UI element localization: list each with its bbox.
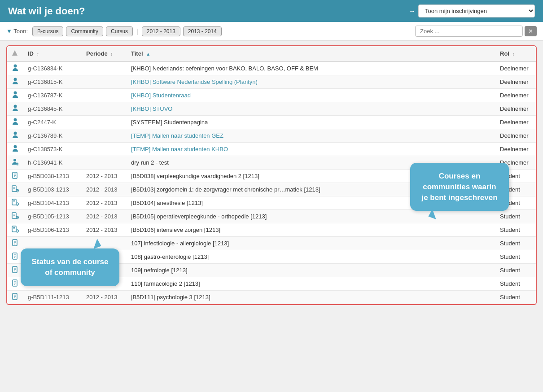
filter-tag-2013-2014[interactable]: 2013 - 2014 <box>183 26 222 36</box>
row-period <box>82 143 127 156</box>
svg-point-2 <box>14 78 17 81</box>
search-area: ✕ <box>415 26 537 37</box>
row-title[interactable]: [TEMP] Mailen naar studenten GEZ <box>127 129 495 143</box>
table-row: g-C2447-K[SYSTEEM] StudentenpaginaDeelne… <box>7 116 536 129</box>
table-header-row: ID ↕ Periode ↕ Titel ▲ Rol ↕ <box>7 46 536 61</box>
svg-point-6 <box>14 132 17 135</box>
svg-point-3 <box>14 91 17 95</box>
row-title: 107| infectiologie - allergiologie [1213… <box>127 237 495 250</box>
row-title[interactable]: [KHBO] Software Nederlandse Spelling (Pl… <box>127 75 495 89</box>
filter-label: ▼ Toon: <box>6 28 28 35</box>
row-id: g-B5D104-1213 <box>23 196 82 210</box>
filter-tag-b-cursus[interactable]: B-cursus <box>32 26 63 36</box>
svg-point-18 <box>17 190 18 191</box>
row-role: Deelnemer <box>495 61 536 75</box>
row-icon <box>7 237 23 250</box>
table-row: g-C136815-K[KHBO] Software Nederlandse S… <box>7 75 536 89</box>
row-title[interactable]: [KHBO] STUVO <box>127 102 495 116</box>
row-role: Student <box>495 237 536 250</box>
col-header-role[interactable]: Rol ↕ <box>495 46 536 61</box>
row-icon <box>7 183 23 196</box>
bubble-status: Status van de course of community <box>21 248 119 286</box>
row-id: g-C136845-K <box>23 102 82 116</box>
search-input[interactable] <box>415 26 523 37</box>
sort-icon-id: ↕ <box>37 52 39 57</box>
row-role: Student <box>495 264 536 277</box>
row-title: [KHBO] Nederlands: oefeningen voor BAKO,… <box>127 61 495 75</box>
table-row: 107| infectiologie - allergiologie [1213… <box>7 237 536 250</box>
row-icon <box>7 61 23 75</box>
row-role: Deelnemer <box>495 143 536 156</box>
row-id: g-C2447-K <box>23 116 82 129</box>
row-role: Deelnemer <box>495 116 536 129</box>
row-title[interactable]: [KHBO] Studentenraad <box>127 89 495 102</box>
row-icon <box>7 75 23 89</box>
row-role: Student <box>495 250 536 264</box>
svg-point-45 <box>17 231 18 231</box>
row-role: Student <box>495 277 536 291</box>
table-row: g-C136845-K[KHBO] STUVODeelnemer <box>7 102 536 116</box>
search-clear-button[interactable]: ✕ <box>525 26 537 36</box>
col-header-id[interactable]: ID ↕ <box>23 46 82 61</box>
filter-tag-community[interactable]: Community <box>66 26 103 36</box>
row-period: 2012 - 2013 <box>82 170 127 183</box>
row-icon <box>7 196 23 210</box>
row-period <box>82 237 127 250</box>
svg-marker-0 <box>12 50 18 56</box>
row-title: |B5D106| intensieve zorgen [1213] <box>127 223 495 237</box>
row-title: 108| gastro-enterologie [1213] <box>127 250 495 264</box>
row-title: |B5D105| operatieverpleegkunde - orthope… <box>127 210 495 223</box>
table-row: g-C136789-K[TEMP] Mailen naar studenten … <box>7 129 536 143</box>
filter-bar: ▼ Toon: B-cursus Community Cursus | 2012… <box>0 22 543 41</box>
page-title: Wat wil je doen? <box>8 5 85 17</box>
row-id: g-B5D038-1213 <box>23 170 82 183</box>
row-id <box>23 237 82 250</box>
row-id: g-C136834-K <box>23 61 82 75</box>
row-period: 2012 - 2013 <box>82 196 127 210</box>
row-title: 109| nefrologie [1213] <box>127 264 495 277</box>
row-title[interactable]: [TEMP] Mailen naar studenten KHBO <box>127 143 495 156</box>
row-icon <box>7 143 23 156</box>
row-id: g-B5D111-1213 <box>23 291 82 304</box>
row-id: g-B5D105-1213 <box>23 210 82 223</box>
row-title: |B5D111| psychologie 3 [1213] <box>127 291 495 304</box>
col-header-period[interactable]: Periode ↕ <box>82 46 127 61</box>
row-role: Deelnemer <box>495 75 536 89</box>
table-row: g-C136834-K[KHBO] Nederlands: oefeningen… <box>7 61 536 75</box>
row-role: Deelnemer <box>495 89 536 102</box>
col-header-title[interactable]: Titel ▲ <box>127 46 495 61</box>
row-id: g-C136787-K <box>23 89 82 102</box>
row-icon <box>7 116 23 129</box>
row-icon <box>7 223 23 237</box>
row-period: 2012 - 2013 <box>82 291 127 304</box>
row-period: 2012 - 2013 <box>82 223 127 237</box>
row-id: g-C136789-K <box>23 129 82 143</box>
filter-icon: ▼ <box>6 28 12 35</box>
row-title: 110| farmacologie 2 [1213] <box>127 277 495 291</box>
table-row: g-B5D111-12132012 - 2013|B5D111| psychol… <box>7 291 536 304</box>
col-header-icon[interactable] <box>7 46 23 61</box>
filter-tag-cursus[interactable]: Cursus <box>106 26 133 36</box>
row-id: g-B5D103-1213 <box>23 183 82 196</box>
table-row: g-B5D105-12132012 - 2013|B5D105| operati… <box>7 210 536 223</box>
view-select[interactable]: Toon mijn inschrijvingen <box>418 4 535 17</box>
row-icon <box>7 89 23 102</box>
svg-point-4 <box>14 105 17 108</box>
row-period <box>82 61 127 75</box>
table-row: g-C138573-K[TEMP] Mailen naar studenten … <box>7 143 536 156</box>
svg-point-7 <box>14 145 17 148</box>
row-period <box>82 89 127 102</box>
filter-separator: | <box>136 28 138 35</box>
header: Wat wil je doen? → Toon mijn inschrijvin… <box>0 0 543 22</box>
row-role: Deelnemer <box>495 129 536 143</box>
row-period: 2012 - 2013 <box>82 183 127 196</box>
row-period <box>82 129 127 143</box>
table-wrapper: ID ↕ Periode ↕ Titel ▲ Rol ↕ <box>6 45 537 305</box>
filter-tag-2012-2013[interactable]: 2012 - 2013 <box>142 26 180 36</box>
row-icon <box>7 156 23 170</box>
row-title: [SYSTEEM] Studentenpagina <box>127 116 495 129</box>
row-icon <box>7 102 23 116</box>
row-icon <box>7 210 23 223</box>
svg-point-5 <box>14 118 17 122</box>
table-row: g-C136787-K[KHBO] StudentenraadDeelnemer <box>7 89 536 102</box>
